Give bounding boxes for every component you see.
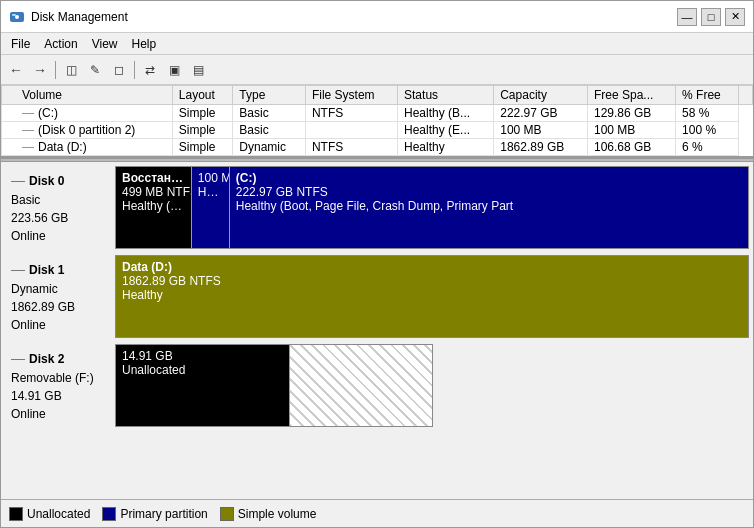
legend-simple-label: Simple volume xyxy=(238,507,317,521)
disk-0-part-oem[interactable]: Восстановить 499 MB NTFS Healthy (OEM Pa… xyxy=(116,167,192,248)
cell-pct: 6 % xyxy=(676,139,739,156)
cell-status: Healthy (B... xyxy=(398,105,494,122)
main-content: Volume Layout Type File System Status Ca… xyxy=(1,85,753,527)
forward-button[interactable]: → xyxy=(29,59,51,81)
menu-file[interactable]: File xyxy=(5,36,36,52)
legend-primary-label: Primary partition xyxy=(120,507,207,521)
part-status: Healthy xyxy=(122,288,742,302)
col-fs[interactable]: File System xyxy=(305,86,397,105)
cell-layout: Simple xyxy=(172,105,232,122)
col-status[interactable]: Status xyxy=(398,86,494,105)
cell-volume: —(Disk 0 partition 2) xyxy=(2,122,173,139)
table-header: Volume Layout Type File System Status Ca… xyxy=(2,86,753,105)
cell-layout: Simple xyxy=(172,139,232,156)
disk-0-row: — Disk 0 Basic 223.56 GB Online Восстано… xyxy=(5,166,749,249)
disk-0-status: Online xyxy=(11,227,109,245)
cell-free: 106.68 GB xyxy=(587,139,675,156)
disk-1-label: — Disk 1 Dynamic 1862.89 GB Online xyxy=(5,255,115,338)
table-row[interactable]: —Data (D:) Simple Dynamic NTFS Healthy 1… xyxy=(2,139,753,156)
app-icon xyxy=(9,9,25,25)
toolbar-btn-7[interactable]: ▣ xyxy=(163,59,185,81)
cell-volume: —Data (D:) xyxy=(2,139,173,156)
toolbar: ← → ◫ ✎ ◻ ⇄ ▣ ▤ xyxy=(1,55,753,85)
title-controls: — □ ✕ xyxy=(677,8,745,26)
disk-0-part-efi[interactable]: 100 MB Healthy (EFI Syste xyxy=(192,167,230,248)
toolbar-btn-4[interactable]: ✎ xyxy=(84,59,106,81)
cell-free: 100 MB xyxy=(587,122,675,139)
disk-1-row: — Disk 1 Dynamic 1862.89 GB Online Data … xyxy=(5,255,749,338)
col-capacity[interactable]: Capacity xyxy=(494,86,588,105)
disk-0-part-c[interactable]: (C:) 222.97 GB NTFS Healthy (Boot, Page … xyxy=(230,167,748,248)
legend-simple: Simple volume xyxy=(220,507,317,521)
minimize-button[interactable]: — xyxy=(677,8,697,26)
cell-pct: 58 % xyxy=(676,105,739,122)
cell-status: Healthy (E... xyxy=(398,122,494,139)
legend-unalloc-box xyxy=(9,507,23,521)
back-button[interactable]: ← xyxy=(5,59,27,81)
disk-1-part-d[interactable]: Data (D:) 1862.89 GB NTFS Healthy xyxy=(116,256,748,337)
part-size: 1862.89 GB NTFS xyxy=(122,274,742,288)
cell-pct: 100 % xyxy=(676,122,739,139)
menu-view[interactable]: View xyxy=(86,36,124,52)
disk-1-size: 1862.89 GB xyxy=(11,298,109,316)
title-bar: Disk Management — □ ✕ xyxy=(1,1,753,33)
part-status: Healthy (Boot, Page File, Crash Dump, Pr… xyxy=(236,199,742,213)
col-free[interactable]: Free Spa... xyxy=(587,86,675,105)
window-title: Disk Management xyxy=(31,10,128,24)
volume-table: Volume Layout Type File System Status Ca… xyxy=(1,85,753,156)
disk-1-status: Online xyxy=(11,316,109,334)
part-status: Healthy (OEM Partition) xyxy=(122,199,185,213)
col-pct[interactable]: % Free xyxy=(676,86,739,105)
disk-2-row: — Disk 2 Removable (F:) 14.91 GB Online … xyxy=(5,344,749,427)
disk-2-empty xyxy=(433,344,749,427)
part-name: (C:) xyxy=(236,171,742,185)
legend-unallocated: Unallocated xyxy=(9,507,90,521)
toolbar-btn-3[interactable]: ◫ xyxy=(60,59,82,81)
col-volume[interactable]: Volume xyxy=(2,86,173,105)
part-size: 499 MB NTFS xyxy=(122,185,185,199)
cell-layout: Simple xyxy=(172,122,232,139)
main-window: Disk Management — □ ✕ File Action View H… xyxy=(0,0,754,528)
disk-0-type: Basic xyxy=(11,191,109,209)
part-size: 100 MB xyxy=(198,171,223,185)
cell-capacity: 222.97 GB xyxy=(494,105,588,122)
disk-0-name: Disk 0 xyxy=(29,172,64,190)
table-row[interactable]: —(Disk 0 partition 2) Simple Basic Healt… xyxy=(2,122,753,139)
disk-1-name: Disk 1 xyxy=(29,261,64,279)
toolbar-btn-8[interactable]: ▤ xyxy=(187,59,209,81)
disk-section: — Disk 0 Basic 223.56 GB Online Восстано… xyxy=(1,162,753,499)
table-row[interactable]: —(C:) Simple Basic NTFS Healthy (B... 22… xyxy=(2,105,753,122)
disk-1-type: Dynamic xyxy=(11,280,109,298)
close-button[interactable]: ✕ xyxy=(725,8,745,26)
disk-2-status: Online xyxy=(11,405,109,423)
disk-icon-svg xyxy=(9,9,25,25)
toolbar-btn-5[interactable]: ◻ xyxy=(108,59,130,81)
disk-0-size: 223.56 GB xyxy=(11,209,109,227)
legend-simple-box xyxy=(220,507,234,521)
part-size: 14.91 GB xyxy=(122,349,283,363)
legend-primary: Primary partition xyxy=(102,507,207,521)
svg-rect-2 xyxy=(12,14,16,16)
cell-free: 129.86 GB xyxy=(587,105,675,122)
menu-bar: File Action View Help xyxy=(1,33,753,55)
maximize-button[interactable]: □ xyxy=(701,8,721,26)
part-name: Data (D:) xyxy=(122,260,742,274)
cell-fs xyxy=(305,122,397,139)
disk-2-type: Removable (F:) xyxy=(11,369,109,387)
menu-help[interactable]: Help xyxy=(126,36,163,52)
part-status: Healthy (EFI Syste xyxy=(198,185,223,199)
legend-primary-box xyxy=(102,507,116,521)
title-bar-left: Disk Management xyxy=(9,9,128,25)
part-name: Восстановить xyxy=(122,171,185,185)
toolbar-btn-6[interactable]: ⇄ xyxy=(139,59,161,81)
legend: Unallocated Primary partition Simple vol… xyxy=(1,499,753,527)
disk-2-part-unalloc[interactable]: 14.91 GB Unallocated xyxy=(116,345,290,426)
table-body: —(C:) Simple Basic NTFS Healthy (B... 22… xyxy=(2,105,753,156)
col-type[interactable]: Type xyxy=(233,86,306,105)
part-status: Unallocated xyxy=(122,363,283,377)
cell-fs: NTFS xyxy=(305,105,397,122)
col-layout[interactable]: Layout xyxy=(172,86,232,105)
cell-type: Dynamic xyxy=(233,139,306,156)
menu-action[interactable]: Action xyxy=(38,36,83,52)
toolbar-sep-1 xyxy=(55,61,56,79)
